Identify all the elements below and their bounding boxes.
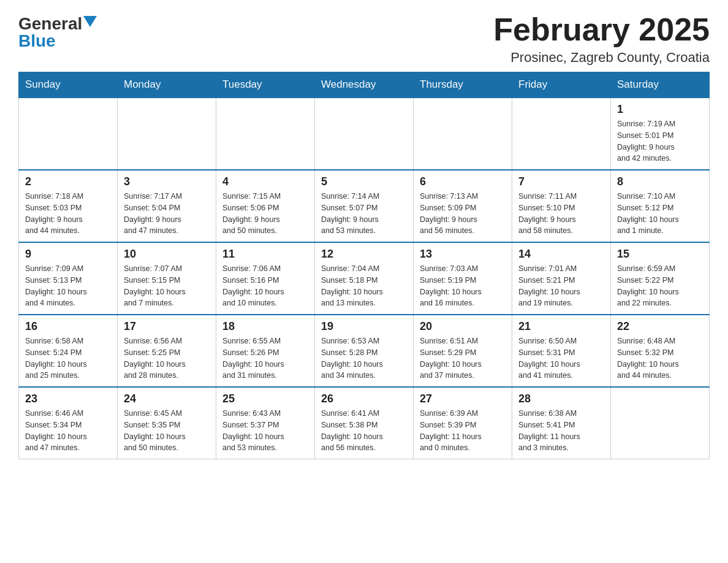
day-number: 8	[617, 175, 703, 188]
weekday-header-friday: Friday	[512, 72, 611, 98]
day-info: Sunrise: 7:13 AM Sunset: 5:09 PM Dayligh…	[420, 191, 506, 237]
calendar-cell: 15Sunrise: 6:59 AM Sunset: 5:22 PM Dayli…	[611, 242, 710, 315]
day-number: 15	[617, 248, 703, 261]
calendar-cell: 4Sunrise: 7:15 AM Sunset: 5:06 PM Daylig…	[216, 170, 315, 242]
calendar-cell: 5Sunrise: 7:14 AM Sunset: 5:07 PM Daylig…	[315, 170, 414, 242]
calendar-cell: 13Sunrise: 7:03 AM Sunset: 5:19 PM Dayli…	[414, 242, 512, 315]
day-info: Sunrise: 6:55 AM Sunset: 5:26 PM Dayligh…	[222, 335, 308, 381]
day-info: Sunrise: 6:56 AM Sunset: 5:25 PM Dayligh…	[124, 335, 210, 381]
calendar-cell: 25Sunrise: 6:43 AM Sunset: 5:37 PM Dayli…	[216, 387, 315, 459]
calendar-subtitle: Prosinec, Zagreb County, Croatia	[493, 50, 710, 66]
day-info: Sunrise: 7:19 AM Sunset: 5:01 PM Dayligh…	[617, 118, 703, 164]
day-number: 5	[321, 175, 407, 188]
calendar-cell: 12Sunrise: 7:04 AM Sunset: 5:18 PM Dayli…	[315, 242, 414, 315]
day-info: Sunrise: 7:10 AM Sunset: 5:12 PM Dayligh…	[617, 191, 703, 237]
day-info: Sunrise: 6:48 AM Sunset: 5:32 PM Dayligh…	[617, 335, 703, 381]
day-number: 21	[518, 320, 604, 333]
logo-arrow-icon	[83, 16, 97, 29]
day-info: Sunrise: 6:38 AM Sunset: 5:41 PM Dayligh…	[518, 408, 604, 454]
day-number: 27	[420, 393, 506, 405]
logo: General Blue	[18, 12, 97, 50]
day-info: Sunrise: 7:01 AM Sunset: 5:21 PM Dayligh…	[518, 263, 604, 309]
day-info: Sunrise: 7:03 AM Sunset: 5:19 PM Dayligh…	[420, 263, 506, 309]
day-number: 18	[222, 320, 308, 333]
weekday-header-sunday: Sunday	[19, 72, 118, 98]
calendar-cell	[315, 98, 414, 170]
day-number: 1	[617, 103, 703, 116]
calendar-week-3: 9Sunrise: 7:09 AM Sunset: 5:13 PM Daylig…	[19, 242, 710, 315]
day-info: Sunrise: 7:09 AM Sunset: 5:13 PM Dayligh…	[25, 263, 111, 309]
day-number: 14	[518, 248, 604, 261]
day-number: 12	[321, 248, 407, 261]
svg-marker-0	[83, 16, 97, 27]
calendar-cell: 8Sunrise: 7:10 AM Sunset: 5:12 PM Daylig…	[611, 170, 710, 242]
day-number: 24	[124, 393, 210, 405]
calendar-cell: 18Sunrise: 6:55 AM Sunset: 5:26 PM Dayli…	[216, 315, 315, 387]
calendar-cell: 24Sunrise: 6:45 AM Sunset: 5:35 PM Dayli…	[118, 387, 216, 459]
day-number: 6	[420, 175, 506, 188]
day-info: Sunrise: 6:58 AM Sunset: 5:24 PM Dayligh…	[25, 335, 111, 381]
day-number: 10	[124, 248, 210, 261]
day-info: Sunrise: 7:06 AM Sunset: 5:16 PM Dayligh…	[222, 263, 308, 309]
calendar-cell	[216, 98, 315, 170]
calendar-cell: 27Sunrise: 6:39 AM Sunset: 5:39 PM Dayli…	[414, 387, 512, 459]
calendar-cell: 17Sunrise: 6:56 AM Sunset: 5:25 PM Dayli…	[118, 315, 216, 387]
day-number: 11	[222, 248, 308, 261]
calendar-table: SundayMondayTuesdayWednesdayThursdayFrid…	[18, 72, 710, 459]
day-number: 2	[25, 175, 111, 188]
day-number: 9	[25, 248, 111, 261]
title-area: February 2025 Prosinec, Zagreb County, C…	[493, 12, 710, 66]
day-info: Sunrise: 6:41 AM Sunset: 5:38 PM Dayligh…	[321, 408, 407, 454]
day-info: Sunrise: 7:15 AM Sunset: 5:06 PM Dayligh…	[222, 191, 308, 237]
calendar-cell	[512, 98, 611, 170]
day-info: Sunrise: 6:43 AM Sunset: 5:37 PM Dayligh…	[222, 408, 308, 454]
header: General Blue February 2025 Prosinec, Zag…	[18, 12, 710, 66]
calendar-cell: 28Sunrise: 6:38 AM Sunset: 5:41 PM Dayli…	[512, 387, 611, 459]
day-number: 19	[321, 320, 407, 333]
day-number: 26	[321, 393, 407, 405]
day-number: 20	[420, 320, 506, 333]
calendar-cell	[19, 98, 118, 170]
day-info: Sunrise: 7:14 AM Sunset: 5:07 PM Dayligh…	[321, 191, 407, 237]
calendar-cell: 14Sunrise: 7:01 AM Sunset: 5:21 PM Dayli…	[512, 242, 611, 315]
day-info: Sunrise: 7:11 AM Sunset: 5:10 PM Dayligh…	[518, 191, 604, 237]
day-number: 28	[518, 393, 604, 405]
calendar-cell	[414, 98, 512, 170]
logo-general: General	[18, 15, 82, 33]
calendar-week-4: 16Sunrise: 6:58 AM Sunset: 5:24 PM Dayli…	[19, 315, 710, 387]
day-number: 22	[617, 320, 703, 333]
day-info: Sunrise: 6:39 AM Sunset: 5:39 PM Dayligh…	[420, 408, 506, 454]
day-info: Sunrise: 6:45 AM Sunset: 5:35 PM Dayligh…	[124, 408, 210, 454]
calendar-cell: 3Sunrise: 7:17 AM Sunset: 5:04 PM Daylig…	[118, 170, 216, 242]
weekday-header-row: SundayMondayTuesdayWednesdayThursdayFrid…	[19, 72, 710, 98]
day-info: Sunrise: 6:50 AM Sunset: 5:31 PM Dayligh…	[518, 335, 604, 381]
calendar-cell: 19Sunrise: 6:53 AM Sunset: 5:28 PM Dayli…	[315, 315, 414, 387]
weekday-header-saturday: Saturday	[611, 72, 710, 98]
calendar-cell: 16Sunrise: 6:58 AM Sunset: 5:24 PM Dayli…	[19, 315, 118, 387]
day-info: Sunrise: 6:46 AM Sunset: 5:34 PM Dayligh…	[25, 408, 111, 454]
calendar-cell: 10Sunrise: 7:07 AM Sunset: 5:15 PM Dayli…	[118, 242, 216, 315]
weekday-header-wednesday: Wednesday	[315, 72, 414, 98]
weekday-header-tuesday: Tuesday	[216, 72, 315, 98]
calendar-cell: 22Sunrise: 6:48 AM Sunset: 5:32 PM Dayli…	[611, 315, 710, 387]
day-number: 16	[25, 320, 111, 333]
day-info: Sunrise: 7:07 AM Sunset: 5:15 PM Dayligh…	[124, 263, 210, 309]
day-number: 25	[222, 393, 308, 405]
day-info: Sunrise: 6:59 AM Sunset: 5:22 PM Dayligh…	[617, 263, 703, 309]
calendar-week-1: 1Sunrise: 7:19 AM Sunset: 5:01 PM Daylig…	[19, 98, 710, 170]
calendar-week-2: 2Sunrise: 7:18 AM Sunset: 5:03 PM Daylig…	[19, 170, 710, 242]
calendar-cell: 6Sunrise: 7:13 AM Sunset: 5:09 PM Daylig…	[414, 170, 512, 242]
calendar-cell: 21Sunrise: 6:50 AM Sunset: 5:31 PM Dayli…	[512, 315, 611, 387]
weekday-header-thursday: Thursday	[414, 72, 512, 98]
logo-blue: Blue	[18, 33, 56, 50]
day-info: Sunrise: 7:17 AM Sunset: 5:04 PM Dayligh…	[124, 191, 210, 237]
day-number: 4	[222, 175, 308, 188]
calendar-cell	[118, 98, 216, 170]
calendar-cell: 26Sunrise: 6:41 AM Sunset: 5:38 PM Dayli…	[315, 387, 414, 459]
calendar-cell: 9Sunrise: 7:09 AM Sunset: 5:13 PM Daylig…	[19, 242, 118, 315]
calendar-title: February 2025	[493, 12, 710, 47]
calendar-week-5: 23Sunrise: 6:46 AM Sunset: 5:34 PM Dayli…	[19, 387, 710, 459]
day-number: 3	[124, 175, 210, 188]
calendar-cell: 7Sunrise: 7:11 AM Sunset: 5:10 PM Daylig…	[512, 170, 611, 242]
day-info: Sunrise: 6:53 AM Sunset: 5:28 PM Dayligh…	[321, 335, 407, 381]
